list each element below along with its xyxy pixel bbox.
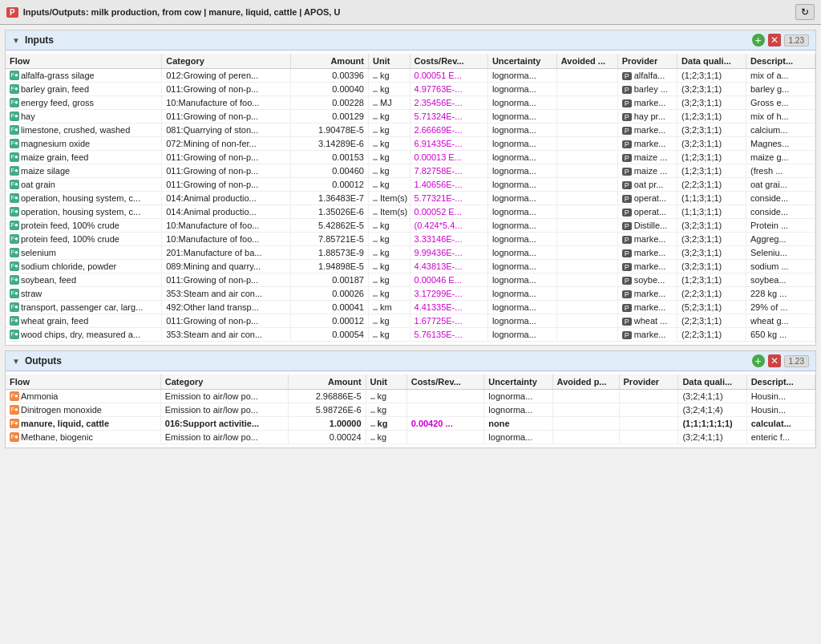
descr-cell: mix of h...	[746, 110, 815, 124]
amount-cell: 0.00129	[290, 110, 368, 124]
descr-cell: mix of a...	[746, 69, 815, 83]
provider-cell: P soybe...	[617, 273, 677, 287]
category-cell: Emission to air/low po...	[160, 431, 288, 444]
amount-cell: 0.00012	[290, 314, 368, 328]
out-col-provider-header[interactable]: Provider	[619, 375, 678, 390]
unit-cell: kg	[368, 287, 410, 301]
out-col-unit-header[interactable]: Unit	[366, 375, 406, 390]
category-cell: 012:Growing of peren...	[162, 69, 290, 83]
inputs-remove-button[interactable]: ✕	[768, 34, 781, 47]
uncertainty-cell: lognorma...	[487, 96, 556, 110]
unit-cell: Item(s)	[368, 192, 410, 205]
col-unit-header[interactable]: Unit	[368, 54, 410, 69]
provider-cell: P marke...	[617, 233, 677, 246]
category-cell: 011:Growing of non-p...	[162, 151, 290, 164]
out-col-descript-header[interactable]: Descript...	[746, 375, 815, 390]
avoided-cell	[556, 233, 617, 246]
out-col-flow-header[interactable]: Flow	[6, 375, 160, 390]
category-cell: 011:Growing of non-p...	[162, 178, 290, 192]
col-provider-header[interactable]: Provider	[617, 54, 677, 69]
table-row[interactable]: F● wheat grain, feed 011:Growing of non-…	[6, 314, 815, 328]
table-row[interactable]: F● operation, housing system, c... 014:A…	[6, 192, 815, 205]
avoided-cell	[556, 69, 617, 83]
col-avoided-header[interactable]: Avoided ...	[556, 54, 617, 69]
inputs-header-row: Flow Category Amount Unit Costs/Rev... U…	[6, 54, 815, 69]
table-row[interactable]: F● transport, passenger car, larg... 492…	[6, 301, 815, 314]
amount-cell: 0.00041	[290, 301, 368, 314]
table-row[interactable]: F● selenium 201:Manufacture of ba... 1.8…	[6, 246, 815, 260]
amount-cell: 0.00460	[290, 164, 368, 178]
outputs-add-button[interactable]: +	[752, 354, 765, 367]
outputs-toggle[interactable]: ▼	[12, 357, 20, 366]
amount-cell: 0.00012	[290, 178, 368, 192]
table-row[interactable]: F● limestone, crushed, washed 081:Quarry…	[6, 124, 815, 137]
col-descript-header[interactable]: Descript...	[746, 54, 815, 69]
table-row[interactable]: F● maize grain, feed 011:Growing of non-…	[6, 151, 815, 164]
flow-cell: F● Ammonia	[6, 390, 160, 403]
col-costs-header[interactable]: Costs/Rev...	[410, 54, 487, 69]
unit-box	[373, 104, 378, 106]
outputs-header: ▼ Outputs + ✕ 1.23	[6, 351, 815, 371]
descr-cell: 228 kg ...	[746, 287, 815, 301]
table-row[interactable]: F● magnesium oxide 072:Mining of non-fer…	[6, 137, 815, 151]
uncertainty-cell: lognorma...	[487, 287, 556, 301]
uncertainty-cell: lognorma...	[487, 233, 556, 246]
table-row[interactable]: F● Ammonia Emission to air/low po... 2.9…	[6, 390, 815, 403]
table-row[interactable]: F● maize silage 011:Growing of non-p... …	[6, 164, 815, 178]
table-row[interactable]: F● oat grain 011:Growing of non-p... 0.0…	[6, 178, 815, 192]
unit-box	[373, 268, 378, 269]
dataqual-cell: (1;2;3;1;1)	[677, 273, 746, 287]
table-row[interactable]: F● wood chips, dry, measured a... 353:St…	[6, 328, 815, 342]
outputs-remove-button[interactable]: ✕	[768, 354, 781, 367]
col-flow-header[interactable]: Flow	[6, 54, 162, 69]
unit-box	[373, 295, 378, 297]
flow-cell: F● alfalfa-grass silage	[6, 69, 162, 83]
category-cell: 011:Growing of non-p...	[162, 164, 290, 178]
out-col-category-header[interactable]: Category	[160, 375, 288, 390]
table-row[interactable]: F● protein feed, 100% crude 10:Manufactu…	[6, 219, 815, 233]
out-col-dataqual-header[interactable]: Data quali...	[678, 375, 746, 390]
table-row[interactable]: F● alfalfa-grass silage 012:Growing of p…	[6, 69, 815, 83]
category-cell: 492:Other land transp...	[162, 301, 290, 314]
col-dataqual-header[interactable]: Data quali...	[677, 54, 746, 69]
amount-cell: 1.36483E-7	[290, 192, 368, 205]
table-row[interactable]: F● energy feed, gross 10:Manufacture of …	[6, 96, 815, 110]
table-row[interactable]: F● manure, liquid, cattle 016:Support ac…	[6, 417, 815, 431]
out-col-costs-header[interactable]: Costs/Rev...	[406, 375, 484, 390]
out-col-uncertainty-header[interactable]: Uncertainty	[484, 375, 552, 390]
flow-cell: F● protein feed, 100% crude	[6, 219, 162, 233]
table-row[interactable]: F● protein feed, 100% crude 10:Manufactu…	[6, 233, 815, 246]
flow-icon: F●	[10, 234, 19, 244]
inputs-add-button[interactable]: +	[752, 34, 765, 47]
category-cell: 016:Support activitie...	[160, 417, 288, 431]
table-row[interactable]: F● barley grain, feed 011:Growing of non…	[6, 83, 815, 96]
table-row[interactable]: F● Dinitrogen monoxide Emission to air/l…	[6, 403, 815, 417]
col-amount-header[interactable]: Amount	[290, 54, 368, 69]
col-uncertainty-header[interactable]: Uncertainty	[487, 54, 556, 69]
dataqual-cell: (2;2;3;1;1)	[677, 328, 746, 342]
inputs-toggle[interactable]: ▼	[12, 36, 20, 45]
table-row[interactable]: F● Methane, biogenic Emission to air/low…	[6, 431, 815, 444]
unit-box	[373, 132, 378, 133]
out-col-amount-header[interactable]: Amount	[288, 375, 366, 390]
category-cell: 014:Animal productio...	[162, 205, 290, 219]
table-row[interactable]: F● sodium chloride, powder 089:Mining an…	[6, 260, 815, 273]
table-row[interactable]: F● operation, housing system, c... 014:A…	[6, 205, 815, 219]
flow-icon: F●	[10, 248, 19, 257]
uncertainty-cell: lognorma...	[487, 178, 556, 192]
descr-cell: Housin...	[746, 403, 815, 417]
flow-icon: F●	[10, 193, 19, 203]
flow-cell: F● soybean, feed	[6, 273, 162, 287]
avoided-cell	[556, 96, 617, 110]
table-row[interactable]: F● straw 353:Steam and air con... 0.0002…	[6, 287, 815, 301]
costs-cell: 5.71324E-...	[410, 110, 487, 124]
table-row[interactable]: F● soybean, feed 011:Growing of non-p...…	[6, 273, 815, 287]
dataqual-cell: (3;2;3;1;1)	[677, 124, 746, 137]
unit-cell: kg	[368, 219, 410, 233]
col-category-header[interactable]: Category	[162, 54, 290, 69]
flow-icon: F●	[10, 207, 19, 217]
refresh-button[interactable]: ↻	[795, 4, 815, 20]
out-col-avoided-header[interactable]: Avoided p...	[552, 375, 619, 390]
table-row[interactable]: F● hay 011:Growing of non-p... 0.00129 k…	[6, 110, 815, 124]
uncertainty-cell: lognorma...	[487, 164, 556, 178]
